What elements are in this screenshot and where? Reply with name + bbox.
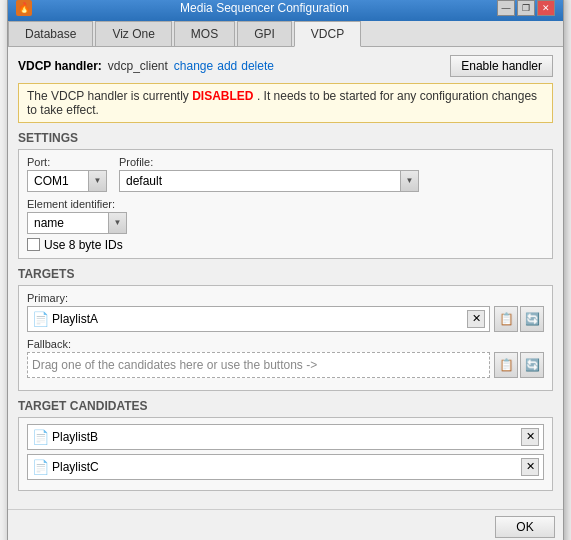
use-8byte-checkbox[interactable]: [27, 238, 40, 251]
tab-vdcp[interactable]: VDCP: [294, 21, 361, 47]
app-icon: 🔥: [16, 0, 32, 16]
targets-box: Primary: 📄 PlaylistA ✕ 📋 🔄 Fallback:: [18, 285, 553, 391]
port-value: COM1: [28, 174, 88, 188]
candidate-item-1: 📄 PlaylistC ✕: [27, 454, 544, 480]
content-area: VDCP handler: vdcp_client change add del…: [8, 47, 563, 509]
title-bar: 🔥 Media Sequencer Configuration — ❐ ✕: [8, 0, 563, 21]
port-select[interactable]: COM1 ▼: [27, 170, 107, 192]
candidates-title: TARGET CANDIDATES: [18, 399, 553, 413]
tab-viz-one[interactable]: Viz One: [95, 21, 171, 46]
fallback-restore-button[interactable]: 🔄: [520, 352, 544, 378]
element-id-value: name: [28, 216, 108, 230]
tab-mos[interactable]: MOS: [174, 21, 235, 46]
disabled-text: DISABLED: [192, 89, 253, 103]
footer-bar: OK: [8, 509, 563, 541]
settings-box: Port: COM1 ▼ Profile: default ▼ Element …: [18, 149, 553, 259]
restore-button[interactable]: ❐: [517, 0, 535, 16]
profile-select[interactable]: default ▼: [119, 170, 419, 192]
handler-name: vdcp_client: [108, 59, 168, 73]
use-8byte-label: Use 8 byte IDs: [44, 238, 123, 252]
fallback-copy-button[interactable]: 📋: [494, 352, 518, 378]
candidate-0-icon: 📄: [32, 429, 48, 445]
primary-value: PlaylistA: [52, 312, 465, 326]
enable-handler-button[interactable]: Enable handler: [450, 55, 553, 77]
fallback-field-group: Fallback: Drag one of the candidates her…: [27, 338, 544, 378]
main-window: 🔥 Media Sequencer Configuration — ❐ ✕ Da…: [7, 0, 564, 540]
primary-clear-button[interactable]: ✕: [467, 310, 485, 328]
profile-label: Profile:: [119, 156, 419, 168]
candidate-1-icon: 📄: [32, 459, 48, 475]
profile-field-group: Profile: default ▼: [119, 156, 419, 192]
primary-restore-button[interactable]: 🔄: [520, 306, 544, 332]
element-id-row: Element identifier: name ▼: [27, 198, 544, 234]
warning-prefix: The VDCP handler is currently: [27, 89, 189, 103]
profile-dropdown-arrow[interactable]: ▼: [400, 171, 418, 191]
port-dropdown-arrow[interactable]: ▼: [88, 171, 106, 191]
fallback-placeholder: Drag one of the candidates here or use t…: [32, 358, 485, 372]
settings-port-profile-row: Port: COM1 ▼ Profile: default ▼: [27, 156, 544, 192]
tab-bar: Database Viz One MOS GPI VDCP: [8, 21, 563, 47]
profile-value: default: [120, 174, 400, 188]
primary-file-icon: 📄: [32, 311, 48, 327]
element-id-select[interactable]: name ▼: [27, 212, 127, 234]
primary-input-area: 📄 PlaylistA ✕: [27, 306, 490, 332]
warning-box: The VDCP handler is currently DISABLED .…: [18, 83, 553, 123]
primary-label: Primary:: [27, 292, 544, 304]
fallback-label: Fallback:: [27, 338, 544, 350]
window-controls: — ❐ ✕: [497, 0, 555, 16]
primary-side-buttons: 📋 🔄: [494, 306, 544, 332]
settings-title: SETTINGS: [18, 131, 553, 145]
close-button[interactable]: ✕: [537, 0, 555, 16]
ok-button[interactable]: OK: [495, 516, 555, 538]
candidate-0-name: PlaylistB: [52, 430, 519, 444]
tab-database[interactable]: Database: [8, 21, 93, 46]
primary-copy-button[interactable]: 📋: [494, 306, 518, 332]
candidate-0-remove-button[interactable]: ✕: [521, 428, 539, 446]
handler-row: VDCP handler: vdcp_client change add del…: [18, 55, 553, 77]
fallback-row: Drag one of the candidates here or use t…: [27, 352, 544, 378]
fallback-side-buttons: 📋 🔄: [494, 352, 544, 378]
handler-label: VDCP handler:: [18, 59, 102, 73]
add-link[interactable]: add: [217, 59, 237, 73]
handler-info: VDCP handler: vdcp_client change add del…: [18, 59, 274, 73]
primary-field-group: Primary: 📄 PlaylistA ✕ 📋 🔄: [27, 292, 544, 332]
targets-title: TARGETS: [18, 267, 553, 281]
candidate-1-name: PlaylistC: [52, 460, 519, 474]
candidate-1-remove-button[interactable]: ✕: [521, 458, 539, 476]
element-id-dropdown-arrow[interactable]: ▼: [108, 213, 126, 233]
tab-gpi[interactable]: GPI: [237, 21, 292, 46]
change-link[interactable]: change: [174, 59, 213, 73]
minimize-button[interactable]: —: [497, 0, 515, 16]
element-id-label: Element identifier:: [27, 198, 544, 210]
delete-link[interactable]: delete: [241, 59, 274, 73]
port-label: Port:: [27, 156, 107, 168]
handler-links: change add delete: [174, 59, 274, 73]
port-field-group: Port: COM1 ▼: [27, 156, 107, 192]
window-title: Media Sequencer Configuration: [32, 1, 497, 15]
candidate-item-0: 📄 PlaylistB ✕: [27, 424, 544, 450]
fallback-input-area[interactable]: Drag one of the candidates here or use t…: [27, 352, 490, 378]
primary-row: 📄 PlaylistA ✕ 📋 🔄: [27, 306, 544, 332]
candidates-box: 📄 PlaylistB ✕ 📄 PlaylistC ✕: [18, 417, 553, 491]
use-8byte-row: Use 8 byte IDs: [27, 238, 544, 252]
